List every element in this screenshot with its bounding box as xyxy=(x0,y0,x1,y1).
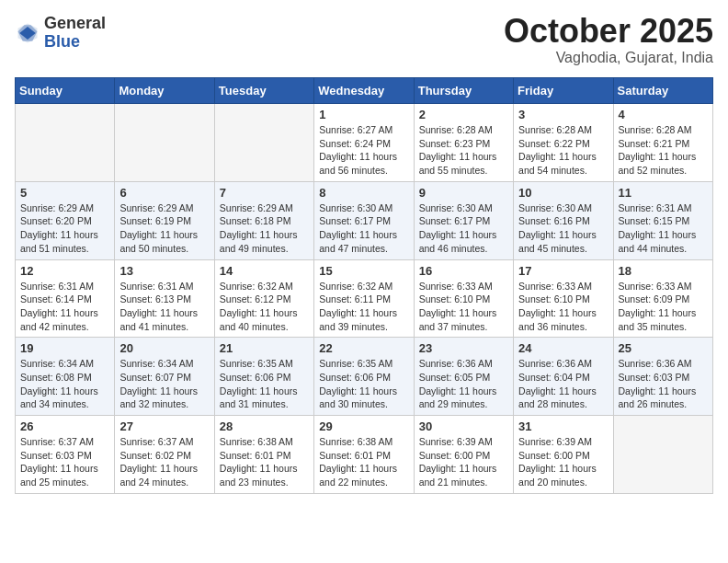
day-number: 24 xyxy=(518,341,608,355)
day-number: 26 xyxy=(20,419,109,433)
calendar-day-cell: 22Sunrise: 6:35 AMSunset: 6:06 PMDayligh… xyxy=(314,338,414,416)
logo-blue-text: Blue xyxy=(44,33,106,52)
day-info: Sunrise: 6:31 AMSunset: 6:15 PMDaylight:… xyxy=(619,201,708,256)
calendar-day-cell: 18Sunrise: 6:33 AMSunset: 6:09 PMDayligh… xyxy=(613,259,712,338)
day-info: Sunrise: 6:28 AMSunset: 6:23 PMDaylight:… xyxy=(419,123,508,178)
day-info: Sunrise: 6:28 AMSunset: 6:22 PMDaylight:… xyxy=(518,123,608,178)
day-number: 19 xyxy=(20,341,109,355)
calendar-day-cell: 3Sunrise: 6:28 AMSunset: 6:22 PMDaylight… xyxy=(514,104,613,182)
day-info: Sunrise: 6:35 AMSunset: 6:06 PMDaylight:… xyxy=(319,357,408,411)
calendar-day-cell: 29Sunrise: 6:38 AMSunset: 6:01 PMDayligh… xyxy=(314,416,414,494)
logo-general-text: General xyxy=(44,15,106,33)
day-info: Sunrise: 6:37 AMSunset: 6:03 PMDaylight:… xyxy=(20,435,109,489)
calendar-day-cell: 13Sunrise: 6:31 AMSunset: 6:13 PMDayligh… xyxy=(115,259,214,338)
weekday-header-saturday: Saturday xyxy=(613,78,712,104)
day-info: Sunrise: 6:30 AMSunset: 6:16 PMDaylight:… xyxy=(518,201,608,256)
day-info: Sunrise: 6:38 AMSunset: 6:01 PMDaylight:… xyxy=(319,435,408,489)
day-info: Sunrise: 6:27 AMSunset: 6:24 PMDaylight:… xyxy=(319,123,408,178)
day-number: 18 xyxy=(619,264,708,278)
calendar-week-row: 1Sunrise: 6:27 AMSunset: 6:24 PMDaylight… xyxy=(16,104,713,182)
day-number: 10 xyxy=(518,186,608,200)
calendar-day-cell xyxy=(115,104,214,182)
weekday-header-row: SundayMondayTuesdayWednesdayThursdayFrid… xyxy=(16,78,713,104)
calendar-location: Vaghodia, Gujarat, India xyxy=(504,50,713,66)
day-number: 22 xyxy=(319,341,408,355)
calendar-day-cell: 23Sunrise: 6:36 AMSunset: 6:05 PMDayligh… xyxy=(414,338,513,416)
weekday-header-monday: Monday xyxy=(115,78,214,104)
day-number: 27 xyxy=(119,419,209,433)
calendar-day-cell: 6Sunrise: 6:29 AMSunset: 6:19 PMDaylight… xyxy=(115,181,214,259)
day-number: 1 xyxy=(319,108,408,121)
calendar-day-cell: 28Sunrise: 6:38 AMSunset: 6:01 PMDayligh… xyxy=(214,416,313,494)
day-info: Sunrise: 6:36 AMSunset: 6:03 PMDaylight:… xyxy=(619,357,708,411)
calendar-week-row: 26Sunrise: 6:37 AMSunset: 6:03 PMDayligh… xyxy=(16,416,713,494)
calendar-day-cell: 25Sunrise: 6:36 AMSunset: 6:03 PMDayligh… xyxy=(613,338,712,416)
calendar-table: SundayMondayTuesdayWednesdayThursdayFrid… xyxy=(15,77,713,494)
calendar-day-cell: 19Sunrise: 6:34 AMSunset: 6:08 PMDayligh… xyxy=(16,338,115,416)
day-number: 12 xyxy=(20,264,109,278)
day-number: 20 xyxy=(119,341,209,355)
day-info: Sunrise: 6:34 AMSunset: 6:08 PMDaylight:… xyxy=(20,357,109,411)
calendar-week-row: 12Sunrise: 6:31 AMSunset: 6:14 PMDayligh… xyxy=(16,259,713,338)
day-number: 31 xyxy=(518,419,608,433)
calendar-day-cell: 20Sunrise: 6:34 AMSunset: 6:07 PMDayligh… xyxy=(115,338,214,416)
calendar-week-row: 5Sunrise: 6:29 AMSunset: 6:20 PMDaylight… xyxy=(16,181,713,259)
calendar-day-cell: 24Sunrise: 6:36 AMSunset: 6:04 PMDayligh… xyxy=(514,338,613,416)
calendar-day-cell: 9Sunrise: 6:30 AMSunset: 6:17 PMDaylight… xyxy=(414,181,513,259)
day-number: 11 xyxy=(619,186,708,200)
day-info: Sunrise: 6:33 AMSunset: 6:10 PMDaylight:… xyxy=(419,280,508,334)
day-number: 6 xyxy=(119,186,209,200)
calendar-day-cell: 4Sunrise: 6:28 AMSunset: 6:21 PMDaylight… xyxy=(613,104,712,182)
day-info: Sunrise: 6:38 AMSunset: 6:01 PMDaylight:… xyxy=(220,435,309,489)
day-number: 25 xyxy=(619,341,708,355)
calendar-day-cell: 7Sunrise: 6:29 AMSunset: 6:18 PMDaylight… xyxy=(214,181,313,259)
calendar-day-cell: 26Sunrise: 6:37 AMSunset: 6:03 PMDayligh… xyxy=(16,416,115,494)
calendar-day-cell: 1Sunrise: 6:27 AMSunset: 6:24 PMDaylight… xyxy=(314,104,414,182)
day-number: 2 xyxy=(419,108,508,121)
calendar-day-cell: 17Sunrise: 6:33 AMSunset: 6:10 PMDayligh… xyxy=(514,259,613,338)
day-info: Sunrise: 6:29 AMSunset: 6:19 PMDaylight:… xyxy=(119,201,209,256)
calendar-day-cell xyxy=(613,416,712,494)
calendar-day-cell: 31Sunrise: 6:39 AMSunset: 6:00 PMDayligh… xyxy=(514,416,613,494)
day-number: 21 xyxy=(220,341,309,355)
day-info: Sunrise: 6:36 AMSunset: 6:05 PMDaylight:… xyxy=(419,357,508,411)
day-info: Sunrise: 6:33 AMSunset: 6:10 PMDaylight:… xyxy=(518,280,608,334)
day-info: Sunrise: 6:32 AMSunset: 6:11 PMDaylight:… xyxy=(319,280,408,334)
day-number: 14 xyxy=(220,264,309,278)
logo: General Blue xyxy=(15,15,106,52)
weekday-header-thursday: Thursday xyxy=(414,78,513,104)
weekday-header-wednesday: Wednesday xyxy=(314,78,414,104)
logo-text: General Blue xyxy=(44,15,106,52)
weekday-header-sunday: Sunday xyxy=(16,78,115,104)
calendar-day-cell: 2Sunrise: 6:28 AMSunset: 6:23 PMDaylight… xyxy=(414,104,513,182)
day-info: Sunrise: 6:29 AMSunset: 6:18 PMDaylight:… xyxy=(220,201,309,256)
calendar-title: October 2025 xyxy=(504,15,713,48)
calendar-week-row: 19Sunrise: 6:34 AMSunset: 6:08 PMDayligh… xyxy=(16,338,713,416)
day-info: Sunrise: 6:33 AMSunset: 6:09 PMDaylight:… xyxy=(619,280,708,334)
day-number: 8 xyxy=(319,186,408,200)
day-number: 4 xyxy=(619,108,708,121)
day-number: 13 xyxy=(119,264,209,278)
day-number: 7 xyxy=(220,186,309,200)
calendar-day-cell: 11Sunrise: 6:31 AMSunset: 6:15 PMDayligh… xyxy=(613,181,712,259)
day-info: Sunrise: 6:37 AMSunset: 6:02 PMDaylight:… xyxy=(119,435,209,489)
day-info: Sunrise: 6:32 AMSunset: 6:12 PMDaylight:… xyxy=(220,280,309,334)
day-number: 9 xyxy=(419,186,508,200)
calendar-day-cell: 27Sunrise: 6:37 AMSunset: 6:02 PMDayligh… xyxy=(115,416,214,494)
calendar-day-cell: 8Sunrise: 6:30 AMSunset: 6:17 PMDaylight… xyxy=(314,181,414,259)
calendar-day-cell: 12Sunrise: 6:31 AMSunset: 6:14 PMDayligh… xyxy=(16,259,115,338)
day-info: Sunrise: 6:31 AMSunset: 6:13 PMDaylight:… xyxy=(119,280,209,334)
day-number: 3 xyxy=(518,108,608,121)
day-number: 15 xyxy=(319,264,408,278)
day-number: 28 xyxy=(220,419,309,433)
day-info: Sunrise: 6:29 AMSunset: 6:20 PMDaylight:… xyxy=(20,201,109,256)
page-header: General Blue October 2025 Vaghodia, Guja… xyxy=(15,15,713,66)
calendar-day-cell: 16Sunrise: 6:33 AMSunset: 6:10 PMDayligh… xyxy=(414,259,513,338)
calendar-day-cell: 21Sunrise: 6:35 AMSunset: 6:06 PMDayligh… xyxy=(214,338,313,416)
day-info: Sunrise: 6:36 AMSunset: 6:04 PMDaylight:… xyxy=(518,357,608,411)
day-info: Sunrise: 6:30 AMSunset: 6:17 PMDaylight:… xyxy=(319,201,408,256)
calendar-day-cell: 10Sunrise: 6:30 AMSunset: 6:16 PMDayligh… xyxy=(514,181,613,259)
day-info: Sunrise: 6:28 AMSunset: 6:21 PMDaylight:… xyxy=(619,123,708,178)
calendar-day-cell: 30Sunrise: 6:39 AMSunset: 6:00 PMDayligh… xyxy=(414,416,513,494)
day-info: Sunrise: 6:34 AMSunset: 6:07 PMDaylight:… xyxy=(119,357,209,411)
